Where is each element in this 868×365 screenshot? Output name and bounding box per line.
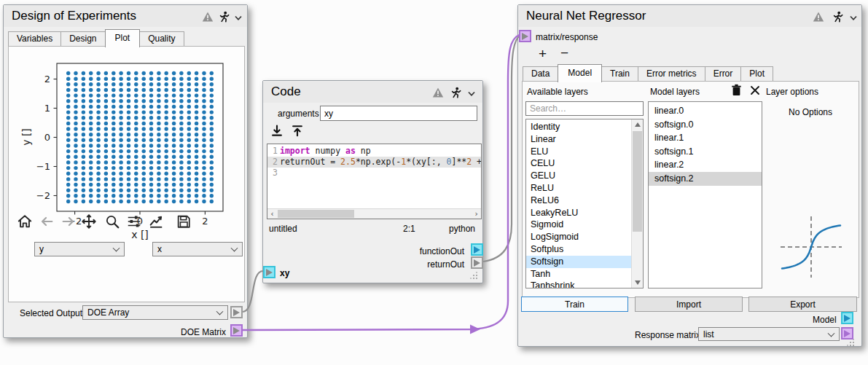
selected-output-value: DOE Array — [87, 307, 129, 318]
model-layer-item[interactable]: linear.1 — [649, 131, 762, 145]
available-layer-item[interactable]: Sigmoid — [526, 219, 643, 231]
xy-input-port[interactable] — [263, 266, 275, 278]
zoom-icon[interactable] — [104, 213, 120, 229]
available-layer-item[interactable]: Tanh — [526, 268, 643, 280]
selected-output-port[interactable] — [230, 306, 243, 318]
run-icon[interactable] — [218, 11, 230, 23]
returnout-port[interactable] — [471, 256, 483, 269]
scroll-down-arrow-icon[interactable] — [632, 278, 643, 288]
code-line[interactable]: 3 — [267, 168, 481, 178]
available-layer-item[interactable]: ReLU6 — [526, 195, 643, 207]
available-layers-scrollbar[interactable] — [631, 119, 643, 288]
scroll-left-arrow-icon[interactable]: ‹ — [267, 209, 277, 219]
figure-options-icon[interactable] — [148, 213, 164, 229]
pan-icon[interactable] — [81, 213, 97, 229]
model-layer-item[interactable]: softsign.0 — [649, 118, 762, 132]
response-matrix-combobox[interactable]: list — [698, 327, 840, 341]
model-layer-item[interactable]: softsign.1 — [649, 145, 762, 159]
scroll-up-arrow-icon[interactable] — [632, 119, 643, 130]
model-output-port[interactable] — [841, 312, 853, 324]
resize-grip[interactable] — [850, 342, 851, 343]
collapse-chevron-icon[interactable] — [232, 12, 244, 24]
warning-icon — [432, 87, 444, 98]
forward-icon[interactable] — [60, 213, 77, 229]
line-number: 3 — [267, 168, 280, 178]
selected-output-combobox[interactable]: DOE Array — [82, 305, 228, 320]
scrollbar-thumb[interactable] — [633, 131, 642, 232]
export-button[interactable]: Export — [748, 297, 857, 312]
import-code-icon[interactable] — [270, 125, 284, 138]
available-layer-item[interactable]: Linear — [526, 133, 643, 146]
available-layer-item[interactable]: LeakyReLU — [526, 207, 643, 219]
nn-tab-plot[interactable]: Plot — [740, 66, 773, 82]
available-layer-item[interactable]: ELU — [526, 146, 643, 158]
add-input-button[interactable]: + — [539, 47, 547, 60]
code-text: import numpy as np — [280, 146, 481, 157]
code-line[interactable]: 1import numpy as np — [267, 146, 481, 157]
y-axis-combobox[interactable]: y — [34, 242, 125, 256]
collapse-chevron-icon[interactable] — [848, 12, 859, 24]
svg-text:−1: −1 — [36, 161, 50, 172]
nn-tab-model[interactable]: Model — [558, 64, 602, 82]
available-layer-item[interactable]: CELU — [526, 157, 643, 170]
clear-x-icon[interactable] — [750, 85, 760, 95]
doe-tab-variables[interactable]: Variables — [8, 31, 61, 47]
trash-icon[interactable] — [731, 84, 742, 96]
back-icon[interactable] — [39, 213, 55, 229]
nn-tab-data[interactable]: Data — [523, 66, 558, 82]
nn-regressor-node-window: Neural Net Regressor matrix/response + −… — [517, 4, 862, 347]
matrix-response-input-port[interactable] — [519, 30, 531, 42]
export-code-icon[interactable] — [291, 125, 304, 138]
editor-horizontal-scrollbar[interactable]: ‹ › — [267, 208, 481, 219]
available-layer-item[interactable]: Softplus — [526, 243, 643, 256]
available-layers-list[interactable]: IdentityLinearELUCELUGELUReLUReLU6LeakyR… — [525, 119, 644, 289]
y-axis-value: y — [39, 244, 44, 254]
response-matrix-output-port[interactable] — [841, 327, 853, 340]
model-output-label: Model — [813, 315, 837, 325]
functionout-port[interactable] — [471, 243, 483, 256]
run-icon[interactable] — [450, 87, 461, 98]
x-axis-combobox[interactable]: x — [152, 242, 243, 256]
model-layers-list[interactable]: linear.0softsign.0linear.1softsign.1line… — [648, 101, 762, 289]
cursor-position: 2:1 — [403, 224, 415, 234]
warning-icon — [813, 11, 824, 23]
doe-tab-quality[interactable]: Quality — [139, 31, 184, 47]
remove-input-button[interactable]: − — [560, 46, 568, 60]
doe-matrix-port[interactable] — [230, 324, 243, 337]
subplots-sliders-icon[interactable] — [126, 213, 142, 229]
save-icon[interactable] — [176, 213, 192, 229]
arguments-input[interactable] — [320, 106, 477, 121]
softsign-activation-preview — [778, 213, 845, 280]
run-icon[interactable] — [832, 11, 843, 23]
import-button[interactable]: Import — [635, 297, 743, 312]
resize-grip[interactable] — [473, 275, 474, 276]
doe-tab-design[interactable]: Design — [60, 31, 105, 47]
nn-tab-error-metrics[interactable]: Error metrics — [638, 66, 705, 82]
model-layer-item[interactable]: softsign.2 — [649, 172, 762, 186]
available-layer-item[interactable]: Softsign — [526, 256, 643, 268]
scroll-right-arrow-icon[interactable]: › — [472, 209, 481, 219]
nn-tab-error[interactable]: Error — [705, 66, 742, 82]
train-button[interactable]: Train — [521, 297, 628, 312]
layer-search-input[interactable] — [525, 101, 644, 116]
available-layer-item[interactable]: Tanhshrink — [526, 280, 643, 289]
available-layer-item[interactable]: LogSigmoid — [526, 231, 643, 243]
available-layer-item[interactable]: Identity — [526, 121, 643, 133]
code-line[interactable]: 2returnOut = 2.5*np.exp(-1*(xy[:, 0]**2 … — [267, 157, 481, 168]
nn-titlebar[interactable]: Neural Net Regressor — [518, 5, 861, 27]
layer-options-label: Layer options — [766, 87, 818, 97]
available-layer-item[interactable]: ReLU — [526, 182, 643, 195]
available-layer-item[interactable]: GELU — [526, 170, 643, 182]
scrollbar-thumb[interactable] — [278, 210, 354, 218]
nn-tab-train[interactable]: Train — [601, 66, 638, 82]
arguments-label: arguments — [278, 109, 319, 119]
combo-chevron-icon — [216, 308, 224, 315]
collapse-chevron-icon[interactable] — [466, 88, 477, 100]
model-layer-item[interactable]: linear.0 — [649, 104, 762, 118]
model-layer-item[interactable]: linear.2 — [649, 158, 762, 172]
code-editor[interactable]: 1import numpy as np2returnOut = 2.5*np.e… — [267, 144, 482, 219]
doe-matrix-label: DOE Matrix — [181, 327, 226, 337]
home-icon[interactable] — [17, 213, 33, 229]
code-text — [280, 168, 481, 178]
doe-tab-plot[interactable]: Plot — [105, 29, 141, 47]
